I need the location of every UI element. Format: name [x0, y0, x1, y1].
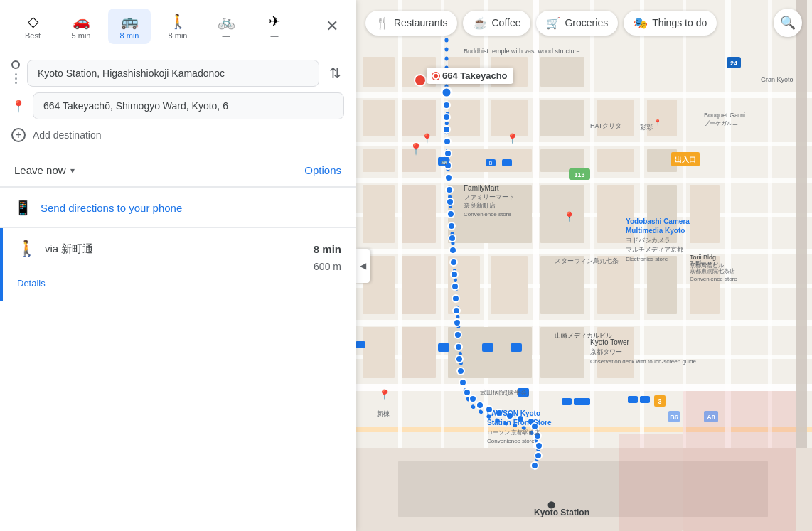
options-button[interactable]: Options	[304, 164, 341, 176]
map-area[interactable]: 🚌 📍 📍 📍 📍 📍 113 24 Buddhist temple with …	[356, 0, 812, 531]
svg-rect-47	[690, 185, 720, 243]
route-duration: 8 min	[314, 243, 341, 255]
svg-text:Bouquet Garni: Bouquet Garni	[704, 112, 745, 119]
bike-icon: 🚲	[218, 13, 235, 30]
svg-text:京都鳥居ビル: 京都鳥居ビル	[690, 262, 724, 269]
svg-rect-106	[438, 343, 449, 352]
svg-point-73	[447, 198, 454, 205]
transit-label: 8 min	[120, 31, 139, 40]
filter-bar: 🍴 Restaurants ☕ Coffee 🛒 Groceries 🎭 Thi…	[356, 9, 812, 37]
svg-point-88	[459, 379, 466, 386]
leave-now-chevron-icon: ▾	[70, 166, 75, 176]
restaurants-label: Restaurants	[394, 17, 447, 28]
svg-point-89	[464, 389, 471, 396]
swap-directions-button[interactable]: ⇅	[326, 62, 344, 85]
svg-rect-39	[597, 149, 634, 172]
svg-rect-31	[491, 100, 528, 136]
svg-text:Convenience store: Convenience store	[464, 211, 511, 218]
walk-label: 8 min	[169, 31, 188, 40]
svg-point-65	[443, 102, 450, 109]
svg-text:113: 113	[574, 171, 584, 178]
add-destination-label: Add destination	[33, 129, 102, 141]
svg-rect-23	[363, 57, 395, 87]
svg-point-86	[456, 355, 463, 363]
transport-mode-bike[interactable]: 🚲 —	[205, 9, 247, 44]
svg-rect-54	[647, 256, 677, 314]
close-directions-button[interactable]: ✕	[320, 14, 344, 38]
svg-text:🚌: 🚌	[441, 159, 447, 165]
svg-point-68	[444, 138, 451, 145]
transport-mode-best[interactable]: ◇ Best	[11, 9, 54, 44]
add-destination-row[interactable]: + Add destination	[11, 125, 344, 145]
svg-text:FamilyMart: FamilyMart	[464, 184, 499, 192]
svg-text:Kyoto Tower: Kyoto Tower	[590, 338, 630, 346]
svg-text:3: 3	[658, 398, 661, 405]
collapse-panel-button[interactable]: ◀	[356, 249, 370, 283]
route-result[interactable]: 🚶 via 新町通 8 min 600 m Details	[0, 228, 356, 301]
search-section: ⇅ 📍 + Add destination	[0, 50, 356, 154]
svg-rect-1	[356, 92, 812, 98]
svg-point-82	[453, 307, 460, 314]
filter-chip-things-to-do[interactable]: 🎭 Things to do	[624, 11, 717, 36]
transport-mode-walk[interactable]: 🚶 8 min	[156, 9, 199, 44]
svg-rect-166	[580, 398, 590, 405]
svg-rect-167	[628, 396, 638, 403]
leave-now-button[interactable]: Leave now ▾	[14, 164, 75, 176]
svg-rect-64	[619, 434, 683, 531]
destination-pin-icon: 📍	[11, 100, 26, 113]
route-details-link[interactable]: Details	[17, 278, 46, 289]
filter-chip-restaurants[interactable]: 🍴 Restaurants	[365, 11, 457, 36]
transport-mode-transit[interactable]: 🚌 8 min	[108, 9, 151, 44]
svg-point-87	[457, 368, 464, 375]
filter-chip-coffee[interactable]: ☕ Coffee	[463, 11, 530, 36]
destination-row: 📍	[11, 92, 344, 119]
leave-now-label: Leave now	[14, 164, 66, 176]
best-route-label: Best	[25, 31, 41, 40]
svg-text:Convenience store: Convenience store	[690, 276, 737, 282]
transport-mode-flight[interactable]: ✈ —	[253, 9, 296, 44]
svg-rect-63	[683, 391, 796, 531]
map-search-button[interactable]: 🔍	[774, 9, 802, 37]
svg-text:Station Front Store: Station Front Store	[487, 419, 552, 427]
svg-text:B6: B6	[670, 414, 678, 421]
svg-rect-52	[540, 256, 584, 314]
svg-rect-56	[363, 327, 395, 378]
groceries-label: Groceries	[565, 17, 608, 28]
send-phone-label: Send directions to your phone	[41, 202, 182, 214]
svg-text:Torii Bldg: Torii Bldg	[690, 254, 716, 261]
svg-text:スターウィン烏丸七条: スターウィン烏丸七条	[555, 257, 619, 264]
svg-text:ブーケガルニ: ブーケガルニ	[704, 120, 738, 127]
origin-input[interactable]	[27, 60, 319, 87]
svg-point-102	[442, 87, 452, 97]
route-distance: 600 m	[17, 261, 341, 272]
svg-rect-169	[356, 341, 365, 348]
svg-point-75	[448, 222, 455, 230]
destination-name: 664 Takeyachō	[442, 70, 508, 81]
coffee-label: Coffee	[491, 17, 520, 28]
svg-text:新棟: 新棟	[377, 410, 390, 417]
svg-text:Yodobashi Camera: Yodobashi Camera	[626, 218, 690, 225]
svg-rect-164	[562, 398, 572, 405]
route-walk-icon: 🚶	[17, 240, 36, 258]
destination-input[interactable]	[33, 92, 344, 119]
svg-point-67	[443, 126, 450, 133]
car-icon: 🚗	[73, 13, 90, 30]
bike-label: —	[223, 31, 230, 40]
svg-rect-42	[402, 185, 436, 243]
left-panel: ◇ Best 🚗 5 min 🚌 8 min 🚶 8 min 🚲 — ✈ — ✕	[0, 0, 356, 531]
svg-rect-168	[640, 396, 650, 403]
svg-rect-107	[482, 343, 493, 352]
send-to-phone-row[interactable]: 📱 Send directions to your phone	[0, 188, 356, 228]
origin-dot-icon	[11, 60, 20, 69]
svg-rect-53	[597, 256, 634, 314]
svg-rect-49	[402, 256, 436, 314]
svg-text:Buddhist temple with vast wood: Buddhist temple with vast wood structure	[464, 48, 580, 55]
things-to-do-label: Things to do	[652, 17, 707, 28]
svg-point-81	[452, 295, 459, 302]
filter-chip-groceries[interactable]: 🛒 Groceries	[536, 11, 618, 36]
svg-text:武田病院(康生会): 武田病院(康生会)	[480, 389, 529, 396]
transport-mode-car[interactable]: 🚗 5 min	[60, 9, 102, 44]
svg-text:24: 24	[730, 60, 737, 67]
svg-text:Convenience store: Convenience store	[487, 438, 535, 444]
svg-point-84	[454, 331, 461, 338]
